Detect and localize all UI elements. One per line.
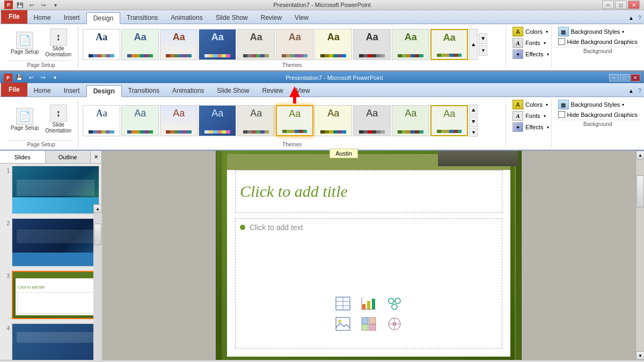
insert-smartart-icon[interactable] <box>386 295 403 312</box>
inner-theme-austin[interactable]: Aa <box>276 105 313 136</box>
inner-theme-5[interactable]: Aa <box>237 105 275 136</box>
themes-scroll-up[interactable]: ▲ <box>469 29 478 60</box>
theme-9[interactable]: Aa <box>392 29 429 60</box>
slide-content-placeholder[interactable]: Click to add text <box>235 218 502 349</box>
inner-theme-7[interactable]: Aa <box>314 105 352 136</box>
page-setup-button[interactable]: 📄 Page Setup <box>9 31 41 56</box>
theme-austin-active[interactable]: Aa <box>430 29 468 60</box>
fonts-button[interactable]: A Fonts ▾ <box>510 38 551 48</box>
inner-theme-9[interactable]: Aa <box>392 105 429 136</box>
inner-page-setup-label: Page Setup <box>9 140 74 147</box>
slide-title-placeholder[interactable]: Click to add title <box>235 170 502 213</box>
slides-scroll-thumb[interactable] <box>94 224 101 245</box>
insert-chart-icon[interactable] <box>360 295 377 312</box>
inner-bg-styles-button[interactable]: ▦ Background Styles ▾ <box>556 99 640 110</box>
slide-preview-1[interactable] <box>12 166 99 214</box>
slide-number-1: 1 <box>2 168 10 174</box>
tab-slideshow[interactable]: Slide Show <box>209 12 254 24</box>
tab-design[interactable]: Design <box>86 12 120 24</box>
inner-page-setup-button[interactable]: 📄 Page Setup <box>9 107 41 132</box>
insert-clip-icon[interactable] <box>360 316 377 332</box>
theme-6[interactable]: Aa <box>276 29 313 60</box>
inner-restore[interactable]: □ <box>620 74 630 82</box>
inner-effects-button[interactable]: ✦ Effects ▾ <box>510 122 551 132</box>
save-button[interactable]: 💾 <box>15 0 25 10</box>
inner-orientation-button[interactable]: ↕ SlideOrientation <box>43 104 74 135</box>
tab-view[interactable]: View <box>288 12 315 24</box>
close-button[interactable]: ✕ <box>628 1 640 9</box>
inner-theme-1[interactable]: Aa <box>83 105 120 136</box>
themes-more[interactable]: ▾ <box>479 45 487 56</box>
inner-theme-3[interactable]: Aa <box>160 105 197 136</box>
tab-insert[interactable]: Insert <box>57 12 86 24</box>
background-styles-button[interactable]: ▦ Background Styles ▾ <box>556 26 640 37</box>
hide-bg-checkbox[interactable] <box>558 38 565 45</box>
theme-4[interactable]: Aa <box>199 29 236 60</box>
inner-ribbon-collapse[interactable]: ▲ <box>627 85 635 97</box>
theme-2[interactable]: Aa <box>121 29 159 60</box>
slide-preview-2[interactable] <box>12 218 99 267</box>
inner-theme-2[interactable]: Aa <box>121 105 159 136</box>
insert-media-icon[interactable] <box>386 316 403 332</box>
inner-help-button[interactable]: ? <box>635 85 644 97</box>
inner-file-tab[interactable]: File <box>1 83 27 97</box>
inner-tab-home[interactable]: Home <box>27 85 57 97</box>
customize-qa-button[interactable]: ▾ <box>50 0 60 10</box>
inner-tab-animations[interactable]: Animations <box>166 85 210 97</box>
inner-hide-bg-button[interactable]: Hide Background Graphics <box>556 110 640 119</box>
inner-undo-button[interactable]: ↩ <box>26 73 36 83</box>
main-scroll-down-button[interactable]: ▼ <box>636 351 644 360</box>
inner-tab-transitions[interactable]: Transitions <box>122 85 166 97</box>
inner-redo-button[interactable]: ↪ <box>38 73 48 83</box>
effects-button[interactable]: ✦ Effects ▾ <box>510 49 551 60</box>
inner-theme-4[interactable]: Aa <box>199 105 236 136</box>
inner-fonts-button[interactable]: A Fonts ▾ <box>510 110 551 121</box>
outline-tab[interactable]: Outline <box>46 151 91 163</box>
inner-minimize[interactable]: ─ <box>609 74 619 82</box>
tab-home[interactable]: Home <box>27 12 57 24</box>
main-scroll-up-button[interactable]: ▲ <box>636 151 644 159</box>
theme-3[interactable]: Aa <box>160 29 197 60</box>
inner-hide-bg-checkbox[interactable] <box>558 111 565 118</box>
inner-tab-insert[interactable]: Insert <box>57 85 86 97</box>
inner-themes-scroll-down[interactable]: ▼ <box>469 116 478 127</box>
inner-customize-qa[interactable]: ▾ <box>50 73 60 83</box>
inner-themes-more[interactable]: ▾ <box>469 128 478 137</box>
inner-tab-review[interactable]: Review <box>255 85 289 97</box>
main-scroll-thumb[interactable] <box>636 175 644 208</box>
ribbon-collapse-button[interactable]: ▲ <box>627 12 635 24</box>
minimize-button[interactable]: ─ <box>602 1 614 9</box>
inner-save-button[interactable]: 💾 <box>14 73 24 83</box>
inner-tab-design[interactable]: Design <box>86 85 122 97</box>
tab-review[interactable]: Review <box>254 12 288 24</box>
slides-tab[interactable]: Slides <box>0 151 46 163</box>
inner-theme-austin-last[interactable]: Aa <box>430 105 468 136</box>
inner-tab-slideshow[interactable]: Slide Show <box>210 85 255 97</box>
redo-button[interactable]: ↪ <box>39 0 48 10</box>
inner-close[interactable]: ✕ <box>631 74 640 82</box>
theme-5[interactable]: Aa <box>237 29 275 60</box>
slide-preview-3[interactable]: Click to add title <box>12 271 99 319</box>
themes-scroll-down[interactable]: ▼ <box>479 33 487 44</box>
inner-colors-button[interactable]: A Colors ▾ <box>510 99 551 110</box>
file-tab[interactable]: File <box>1 10 27 24</box>
theme-office[interactable]: Aa <box>83 29 120 60</box>
window-title: Presentation7 - Microsoft PowerPoint <box>0 2 644 8</box>
hide-bg-graphics-button[interactable]: Hide Background Graphics <box>556 38 640 46</box>
colors-button[interactable]: A Colors ▾ <box>510 26 551 37</box>
inner-theme-8[interactable]: Aa <box>353 105 391 136</box>
undo-button[interactable]: ↩ <box>27 0 36 10</box>
theme-8[interactable]: Aa <box>353 29 391 60</box>
slides-scroll-up[interactable]: ▲ <box>93 204 102 213</box>
tab-transitions[interactable]: Transitions <box>120 12 164 24</box>
tab-animations[interactable]: Animations <box>164 12 209 24</box>
slide-orientation-button[interactable]: ↕ SlideOrientation <box>43 27 74 58</box>
insert-table-icon[interactable] <box>334 295 352 312</box>
slides-panel-close[interactable]: ✕ <box>91 151 101 163</box>
maximize-button[interactable]: □ <box>615 1 627 9</box>
theme-7[interactable]: Aa <box>314 29 352 60</box>
inner-themes-scroll-up[interactable]: ▲ <box>469 105 478 115</box>
slide-preview-4[interactable] <box>12 323 99 360</box>
help-button[interactable]: ? <box>635 12 644 24</box>
insert-picture-icon[interactable] <box>334 316 352 332</box>
